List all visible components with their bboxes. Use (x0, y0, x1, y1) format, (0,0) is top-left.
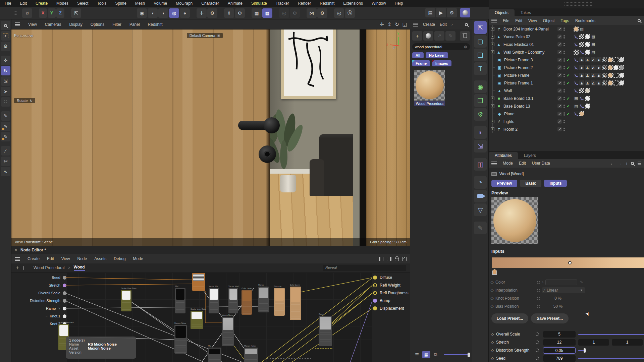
boole-object-icon[interactable]: ◔ (474, 176, 487, 189)
visibility-dots[interactable] (563, 112, 566, 116)
vp-menu-display[interactable]: Display (69, 22, 82, 27)
filter-icon[interactable]: ☰ (637, 161, 641, 166)
spline-edit-icon[interactable]: ◉ (474, 80, 487, 93)
selection-tag[interactable]: ◭ (579, 73, 584, 78)
material-search-input[interactable]: wood procedural ⊗ (412, 43, 470, 50)
object-row[interactable]: ▣Picture Frame.1✓◭◭◭◭◣ (489, 79, 644, 87)
node-editor-close-icon[interactable]: × (15, 248, 17, 252)
gradient-param-bias-position[interactable]: ◇Bias Position50 % (489, 303, 574, 310)
cube-primitive-icon[interactable]: ❏ (474, 49, 487, 61)
object-row[interactable]: +↱Door 204 Interior 4-Panel▤ (489, 25, 644, 33)
visibility-dots[interactable] (563, 89, 566, 93)
mat-menu-create[interactable]: Create (423, 22, 435, 27)
graph-scroll-dots[interactable] (267, 358, 312, 359)
object-row[interactable]: ◆Plane✓ (489, 110, 644, 118)
viewport-3d-canvas[interactable]: Perspective Default Camera ▣ Rotate ↻ Y … (11, 29, 410, 246)
grid-view-icon[interactable]: ▦ (422, 351, 430, 358)
view-hexagon-icon[interactable]: ◎ (334, 8, 344, 18)
color-swatch[interactable] (545, 280, 577, 285)
param-slider[interactable] (578, 350, 586, 351)
visibility-dots[interactable] (563, 105, 566, 108)
phong-tag[interactable] (574, 57, 579, 62)
selection-tag[interactable]: ◭ (591, 80, 596, 85)
reveal-search-input[interactable]: Reveal (323, 265, 406, 271)
ne-menu-edit[interactable]: Edit (47, 256, 54, 261)
selection-tag[interactable]: ◭ (585, 65, 590, 70)
right-panel-toggle-icon[interactable] (387, 257, 391, 261)
visibility-dots[interactable] (563, 51, 566, 54)
object-row[interactable]: ▲Wall (489, 87, 644, 95)
selection-tag[interactable]: ◭ (591, 65, 596, 70)
coordinate-system-icon[interactable]: ⇱ (71, 8, 81, 18)
expand-icon[interactable]: + (491, 120, 494, 123)
filter-chip-all[interactable]: All (412, 52, 424, 58)
symmetry-icon[interactable]: ⋈ (307, 8, 317, 18)
delete-material-button[interactable] (460, 31, 470, 41)
material-tag[interactable] (619, 57, 624, 62)
edit-toggle-icon[interactable] (557, 35, 562, 39)
inputs-mode-button[interactable]: Inputs (544, 180, 567, 187)
enabled-check-icon[interactable]: ✓ (567, 81, 571, 85)
output-port-refl-weight[interactable]: Refl Weight (373, 283, 400, 288)
axis-lock-x[interactable]: X (39, 8, 47, 18)
snap-grid-icon[interactable]: ▦ (252, 8, 262, 18)
move-icon[interactable]: ✛ (1, 56, 10, 65)
obj-menu-object[interactable]: Object (543, 18, 555, 23)
ne-menu-debug[interactable]: Debug (114, 256, 125, 261)
material-tag[interactable] (585, 96, 590, 101)
menu-mograph[interactable]: MoGraph (176, 1, 193, 6)
menu-help[interactable]: Help (395, 1, 403, 6)
graph-node[interactable]: Maxon Noise (244, 348, 258, 362)
rectangle-spline-icon[interactable]: ▢ (474, 35, 487, 48)
layer-view-icon[interactable]: ⧉ (432, 351, 440, 358)
edge-mode-icon[interactable]: ◖ (148, 8, 158, 18)
filter-chip-no-layer[interactable]: No Layer (426, 52, 448, 58)
phong-tag[interactable] (574, 34, 579, 39)
left-panel-toggle-icon[interactable] (379, 257, 383, 261)
popout-icon[interactable] (402, 257, 407, 261)
menu-render[interactable]: Render (298, 1, 311, 6)
object-row[interactable]: +▲Ficus Elastica 01▤ (489, 41, 644, 48)
visibility-dots[interactable] (563, 35, 566, 39)
graph-node[interactable]: Maxon Noise (222, 317, 234, 346)
promote-arrow-icon[interactable]: ↗ (434, 31, 444, 41)
menu-extensions[interactable]: Extensions (343, 1, 363, 6)
selection-tag[interactable]: ◭ (585, 57, 590, 62)
visibility-dots[interactable] (563, 43, 566, 46)
visibility-dots[interactable] (563, 97, 566, 100)
attr-menu-edit[interactable]: Edit (519, 161, 526, 166)
frame-icon[interactable]: ◱ (402, 21, 407, 27)
expand-icon[interactable]: + (491, 97, 494, 100)
annotation-tag[interactable]: ▤ (574, 104, 579, 109)
selection-tag[interactable]: ◭ (596, 73, 601, 78)
material-tag[interactable] (613, 80, 619, 85)
phong-tag[interactable] (574, 80, 579, 85)
pen-curve-icon[interactable]: ✎ (1, 111, 10, 121)
zoom-icon[interactable] (1, 21, 10, 30)
edit-toggle-icon[interactable] (557, 112, 562, 116)
perspective-label[interactable]: Perspective (14, 34, 33, 38)
axis-settings-gear-icon[interactable]: ⚙ (207, 8, 217, 18)
annotation-tag[interactable]: ▤ (574, 96, 579, 101)
knife-icon[interactable]: ∕ (1, 146, 10, 156)
node-editor-hamburger-icon[interactable] (15, 257, 20, 261)
menu-window[interactable]: Window (372, 1, 386, 6)
menu-tracker[interactable]: Tracker (276, 1, 289, 6)
material-tag[interactable] (619, 80, 624, 85)
value-field[interactable]: 0 % (542, 296, 574, 301)
object-row[interactable]: +■Base Board 13.1✓▤ (489, 95, 644, 102)
edit-toggle-icon[interactable] (557, 73, 562, 77)
graph-node[interactable]: Ramp (258, 287, 269, 312)
material-name-label[interactable]: Wood Procedura (414, 101, 445, 106)
vp-menu-panel[interactable]: Panel (129, 22, 140, 27)
objects-hamburger-icon[interactable] (491, 19, 497, 22)
param-value-input[interactable]: 5 (543, 331, 576, 338)
edit-toggle-icon[interactable] (557, 42, 562, 47)
basic-mode-button[interactable]: Basic (520, 180, 541, 187)
ramp-gradient-bar[interactable] (492, 257, 644, 268)
attr-search-icon[interactable] (631, 162, 634, 165)
phong-tag[interactable] (579, 50, 584, 55)
gradient-left-knot-handle[interactable] (492, 269, 497, 275)
phong-tag[interactable] (579, 104, 584, 109)
rotate-icon[interactable]: ↻ (1, 66, 10, 75)
